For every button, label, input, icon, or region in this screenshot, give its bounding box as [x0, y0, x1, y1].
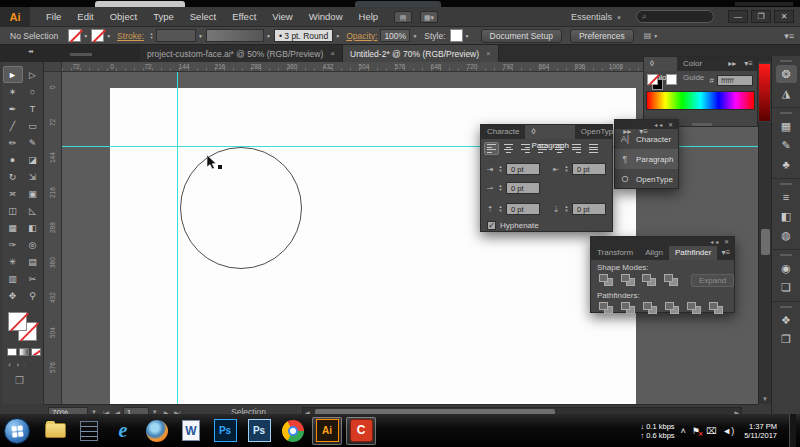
chevron-down-icon[interactable]: ▼	[106, 33, 111, 39]
menu-item[interactable]: Type	[145, 7, 182, 27]
taskbar-explorer-button[interactable]	[40, 417, 70, 445]
zoom-tool[interactable]: ⚲	[23, 287, 43, 304]
symbols-panel-icon[interactable]: ♣	[776, 155, 797, 173]
eyedropper-tool[interactable]: ✑	[3, 236, 23, 253]
tab-color[interactable]: ◊ Color	[644, 57, 677, 71]
gradient-panel-icon[interactable]: ◧	[776, 207, 797, 225]
collapse-panel-icon[interactable]: ◂◂	[710, 239, 720, 245]
variable-width-profile-select[interactable]	[206, 29, 264, 42]
network-icon[interactable]: ⌧	[706, 426, 716, 436]
close-icon[interactable]: ✕	[724, 239, 731, 245]
stepper[interactable]: ▲▼	[497, 163, 504, 175]
first-line-indent-field[interactable]: 0 pt	[506, 182, 540, 194]
collapse-panel-icon[interactable]: ▸▸	[619, 125, 635, 139]
direct-selection-tool[interactable]: ▷	[23, 66, 43, 83]
vertical-ruler[interactable]: 072144216288360432504576	[44, 72, 62, 404]
color-panel-icon[interactable]: ❂	[776, 65, 797, 83]
preferences-button[interactable]: Preferences	[570, 29, 634, 43]
right-indent-field[interactable]: 0 pt	[572, 163, 606, 175]
fill-stroke-indicator[interactable]	[8, 312, 38, 342]
justify-last-right-button[interactable]	[569, 142, 584, 155]
tab-color-guide[interactable]: Color Guide	[677, 57, 724, 71]
show-desktop-button[interactable]	[789, 414, 796, 447]
draw-normal-icon[interactable]: ◐	[8, 361, 12, 368]
mesh-tool[interactable]: ▦	[3, 219, 23, 236]
width-tool[interactable]: ≍	[3, 185, 23, 202]
color-button[interactable]	[7, 348, 17, 356]
taskbar-notepad-button[interactable]	[74, 417, 104, 445]
action-center-icon[interactable]: ⚑✕	[692, 426, 700, 436]
close-tab-icon[interactable]: ×	[330, 49, 335, 58]
chevron-down-icon[interactable]: ▼	[198, 33, 203, 39]
draw-behind-icon[interactable]: ◑	[15, 361, 19, 368]
shape-builder-tool[interactable]: ◫	[3, 202, 23, 219]
justify-last-center-button[interactable]	[552, 142, 567, 155]
ruler-origin-corner[interactable]	[44, 62, 62, 72]
hyphenate-checkbox[interactable]: ✓ Hyphenate	[487, 221, 539, 230]
panel-menu-icon[interactable]: ▾≡	[740, 57, 757, 71]
scale-tool[interactable]: ⇲	[23, 168, 43, 185]
close-button[interactable]: ✕	[774, 10, 794, 23]
type-tool[interactable]: T	[23, 100, 43, 117]
divide-button[interactable]	[599, 302, 615, 315]
tab-paragraph[interactable]: ◊ Paragraph	[525, 125, 574, 139]
trim-button[interactable]	[621, 302, 637, 315]
collapse-panel-icon[interactable]: ◂◂	[28, 47, 32, 54]
scroll-down-icon[interactable]: ▼	[762, 396, 768, 402]
chevron-down-icon[interactable]: ▼	[335, 33, 340, 39]
stroke-width-field[interactable]	[156, 29, 196, 42]
opacity-link[interactable]: Opacity:	[346, 31, 377, 41]
panel-menu-icon[interactable]: ▾≡	[784, 31, 794, 41]
drag-handle[interactable]	[780, 183, 792, 185]
document-setup-button[interactable]: Document Setup	[481, 29, 562, 43]
scrollbar-thumb[interactable]	[761, 229, 770, 255]
menu-item[interactable]: Edit	[69, 7, 101, 27]
fill-swatch[interactable]	[8, 312, 27, 331]
style-swatch[interactable]	[450, 29, 463, 42]
layers-panel-icon[interactable]: ❖	[776, 311, 797, 329]
drag-handle[interactable]	[780, 112, 792, 114]
transparency-panel-icon[interactable]: ◍	[776, 226, 797, 244]
pencil-tool[interactable]: ✎	[23, 134, 43, 151]
tab-transform[interactable]: Transform	[591, 246, 639, 260]
magic-wand-tool[interactable]: ✶	[3, 83, 23, 100]
expand-button[interactable]: Expand	[691, 274, 734, 287]
align-center-button[interactable]	[501, 142, 516, 155]
drag-handle[interactable]	[780, 306, 792, 308]
column-graph-tool[interactable]: ▤	[23, 253, 43, 270]
arrange-documents-icon[interactable]: ▦▾	[420, 11, 438, 23]
artboard-tool[interactable]: ▥	[3, 270, 23, 287]
taskbar-clock[interactable]: 1:37 PM 5/11/2017	[744, 422, 777, 440]
collapse-panel-icon[interactable]: ▸▸	[724, 57, 740, 71]
lasso-tool[interactable]: ○	[23, 83, 43, 100]
fill-color-swatch[interactable]	[68, 29, 81, 42]
start-button[interactable]	[4, 418, 30, 444]
close-tab-icon[interactable]: ×	[486, 49, 491, 58]
tools-panel-header[interactable]: ◂◂	[0, 45, 140, 62]
menu-item[interactable]: Object	[102, 7, 145, 27]
hand-tool[interactable]: ✥	[3, 287, 23, 304]
stepper[interactable]: ▲▼	[497, 182, 504, 194]
white-swatch[interactable]	[666, 74, 677, 85]
hex-value-field[interactable]: ffffff	[717, 75, 753, 86]
stepper[interactable]: ▲▼	[497, 203, 504, 215]
menu-item[interactable]: File	[38, 7, 69, 27]
menu-item[interactable]: Window	[301, 7, 351, 27]
gradient-button[interactable]	[19, 348, 29, 356]
opacity-field[interactable]: 100%	[380, 29, 410, 42]
hidden-icons-chevron[interactable]: ˄	[681, 426, 686, 436]
left-indent-field[interactable]: 0 pt	[506, 163, 540, 175]
maximize-button[interactable]: ❐	[751, 10, 771, 23]
swatches-panel-icon[interactable]: ▦	[776, 117, 797, 135]
menu-item[interactable]: Effect	[224, 7, 264, 27]
draw-inside-icon[interactable]: ◌	[22, 361, 26, 368]
search-input[interactable]: ⌕	[636, 10, 714, 23]
menu-item[interactable]: Help	[351, 7, 387, 27]
tab-pathfinder[interactable]: Pathfinder	[669, 246, 717, 260]
taskbar-photoshop2-button[interactable]: Ps	[244, 417, 274, 445]
taskbar-illustrator-button[interactable]: Ai	[312, 417, 342, 445]
chevron-down-icon[interactable]: ▼	[83, 33, 88, 39]
stroke-width-stepper[interactable]: ▲▼	[147, 29, 156, 42]
stroke-panel-icon[interactable]: ≡	[776, 188, 797, 206]
slice-tool[interactable]: ✂	[23, 270, 43, 287]
